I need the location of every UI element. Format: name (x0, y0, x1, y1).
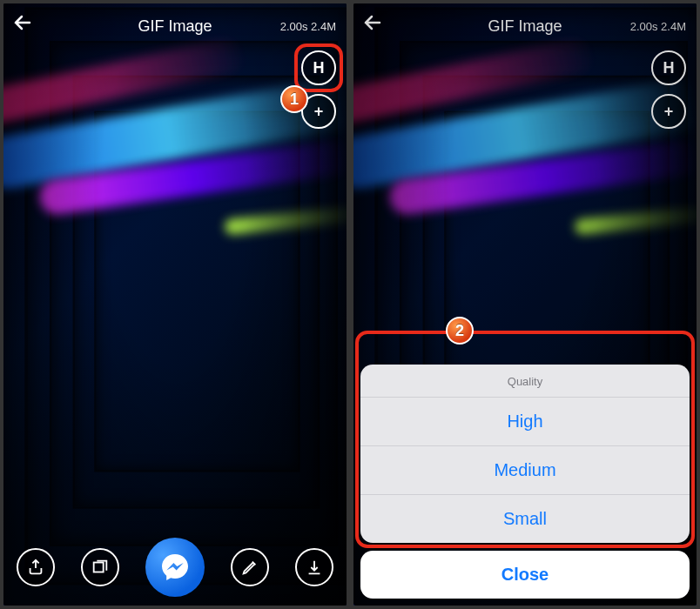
download-icon (305, 558, 324, 577)
screen-right: GIF Image 2.00s 2.4M H + Quality High Me… (353, 3, 697, 606)
edit-button[interactable] (231, 548, 269, 586)
callout-badge-2: 2 (446, 317, 474, 345)
quality-button[interactable]: H (301, 50, 336, 85)
screen-left: GIF Image 2.00s 2.4M H + 1 (3, 3, 347, 606)
duration: 2.00s (280, 20, 308, 33)
quality-option-small[interactable]: Small (360, 494, 690, 543)
quality-sheet: Quality High Medium Small (360, 365, 690, 543)
file-meta: 2.00s 2.4M (280, 20, 336, 33)
pencil-icon (240, 558, 259, 577)
callout-badge-1: 1 (280, 85, 308, 113)
sheet-close-button[interactable]: Close (360, 551, 690, 599)
share-icon (26, 558, 45, 577)
layers-button[interactable] (81, 548, 119, 586)
share-button[interactable] (17, 548, 55, 586)
layers-icon (91, 558, 110, 577)
messenger-button[interactable] (145, 538, 205, 597)
quality-option-high[interactable]: High (360, 397, 690, 445)
svg-rect-0 (94, 563, 104, 572)
header: GIF Image 2.00s 2.4M (3, 10, 347, 42)
quality-option-medium[interactable]: Medium (360, 445, 690, 494)
messenger-icon (159, 552, 191, 583)
file-size: 2.4M (311, 20, 336, 33)
download-button[interactable] (295, 548, 333, 586)
toolbar (3, 538, 347, 597)
sheet-title: Quality (360, 365, 690, 397)
back-button[interactable] (3, 10, 42, 42)
